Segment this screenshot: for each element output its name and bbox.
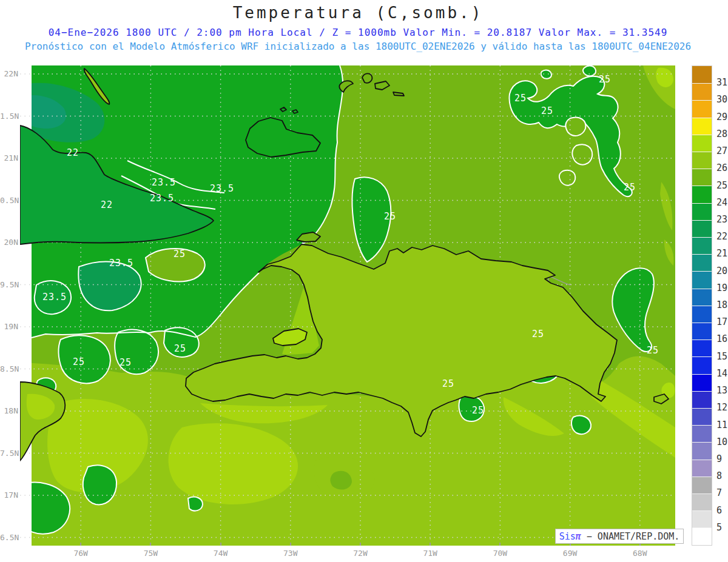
y-tick-label: 22N — [0, 69, 18, 78]
colorbar-segment — [692, 100, 712, 117]
x-tick-mark — [80, 543, 81, 546]
y-tick-label: 7.5N — [0, 449, 18, 458]
colorbar-segment — [692, 493, 712, 510]
forecast-datetime-line: 04−Ene−2026 1800 UTC / 2:00 pm Hora Loca… — [6, 27, 710, 38]
watermark-pi-icon: π — [576, 531, 581, 542]
colorbar-value-label: 18 — [716, 299, 727, 310]
colorbar-segment — [692, 203, 712, 220]
colorbar-segment — [692, 306, 712, 323]
colorbar-value-label: 6 — [716, 505, 722, 516]
contour-value-label: 25 — [514, 93, 527, 104]
colorbar-value-label: 24 — [716, 197, 727, 208]
colorbar-segment — [692, 408, 712, 425]
colorbar — [692, 65, 712, 546]
contour-value-label: 22 — [101, 199, 113, 210]
colorbar-segment — [692, 237, 712, 254]
colorbar-value-label: 22 — [716, 231, 727, 242]
y-tick-label: 21N — [0, 153, 18, 162]
colorbar-segment — [692, 66, 712, 83]
y-tick-label: 0.5N — [0, 196, 18, 205]
watermark-sis: Sis — [559, 531, 576, 542]
y-tick-label: 19N — [0, 322, 18, 331]
colorbar-value-label: 17 — [716, 316, 727, 327]
contour-value-label: 23.5 — [42, 292, 67, 303]
model-info-line: Pronóstico con el Modelo Atmósferico WRF… — [6, 41, 710, 52]
y-tick-label: 8.5N — [0, 364, 18, 373]
x-tick-label: 71W — [412, 549, 448, 558]
y-tick-label: 17N — [0, 490, 18, 500]
colorbar-value-label: 20 — [716, 266, 727, 276]
colorbar-segment — [692, 271, 712, 288]
temperature-map — [20, 65, 684, 546]
contour-value-label: 25 — [174, 343, 186, 354]
colorbar-value-label: 29 — [716, 112, 727, 122]
colorbar-value-label: 16 — [716, 333, 727, 344]
colorbar-segment — [692, 391, 712, 408]
x-tick-mark — [360, 543, 361, 546]
colorbar-value-label: 9 — [716, 453, 722, 464]
colorbar-segment — [692, 425, 712, 442]
colorbar-segment — [692, 527, 712, 544]
colorbar-value-label: 30 — [716, 94, 727, 105]
x-tick-mark — [430, 543, 431, 546]
colorbar-value-label: 11 — [716, 420, 727, 430]
colorbar-segment — [692, 83, 712, 100]
colorbar-value-label: 21 — [716, 248, 727, 259]
colorbar-segment — [692, 356, 712, 373]
page-title: Temperatura (C,somb.) — [12, 4, 704, 22]
colorbar-value-label: 15 — [716, 351, 727, 362]
x-tick-label: 69W — [552, 549, 588, 558]
colorbar-value-label: 27 — [716, 146, 727, 156]
colorbar-segment — [692, 289, 712, 306]
contour-value-label: 22 — [67, 147, 79, 158]
x-tick-mark — [499, 543, 500, 546]
colorbar-value-label: 23 — [716, 214, 727, 225]
colorbar-value-label: 19 — [716, 283, 727, 293]
colorbar-segment — [692, 186, 712, 202]
colorbar-segment — [692, 220, 712, 237]
colorbar-segment — [692, 510, 712, 527]
colorbar-value-label: 31 — [716, 77, 727, 88]
contour-value-label: 23.5 — [109, 258, 133, 269]
colorbar-value-label: 8 — [716, 470, 722, 481]
contour-value-label: 25 — [624, 182, 636, 193]
x-tick-label: 75W — [132, 549, 169, 558]
colorbar-value-label: 25 — [716, 180, 727, 191]
colorbar-value-label: 13 — [716, 385, 727, 396]
y-tick-label: 9.5N — [0, 280, 18, 289]
colorbar-segment — [692, 169, 712, 186]
x-tick-mark — [220, 543, 221, 546]
colorbar-segment — [692, 323, 712, 340]
right-nodata-strip — [675, 65, 684, 546]
colorbar-segment — [692, 442, 712, 459]
colorbar-value-label: 28 — [716, 129, 727, 139]
colorbar-segment — [692, 152, 712, 169]
contour-value-label: 25 — [647, 345, 659, 356]
colorbar-value-label: 12 — [716, 402, 727, 413]
contour-value-label: 25 — [472, 405, 484, 416]
x-tick-label: 72W — [342, 549, 379, 558]
colorbar-segment — [692, 340, 712, 356]
contour-value-label: 25 — [541, 105, 553, 116]
colorbar-value-label: 26 — [716, 162, 727, 173]
colorbar-segment — [692, 477, 712, 493]
contour-value-label: 25 — [532, 329, 544, 340]
x-tick-mark — [150, 543, 151, 546]
contour-value-label: 25 — [120, 357, 132, 368]
x-tick-label: 74W — [203, 549, 239, 558]
contour-value-label: 23.5 — [150, 193, 174, 204]
contour-value-label: 25 — [599, 74, 611, 85]
contour-value-label: 25 — [174, 249, 186, 259]
colorbar-segment — [692, 254, 712, 271]
colorbar-value-label: 14 — [716, 368, 727, 379]
y-tick-label: 6.5N — [0, 533, 18, 542]
watermark-org: − ONAMET/REP.DOM. — [581, 531, 680, 542]
colorbar-value-label: 7 — [716, 487, 722, 498]
y-tick-label: 1.5N — [0, 112, 18, 121]
x-tick-mark — [290, 543, 291, 546]
contour-value-label: 23.5 — [210, 183, 234, 194]
colorbar-segment — [692, 118, 712, 135]
watermark: Sisπ − ONAMET/REP.DOM. — [555, 529, 684, 544]
x-tick-label: 76W — [62, 549, 99, 558]
contour-value-label: 25 — [442, 378, 454, 389]
